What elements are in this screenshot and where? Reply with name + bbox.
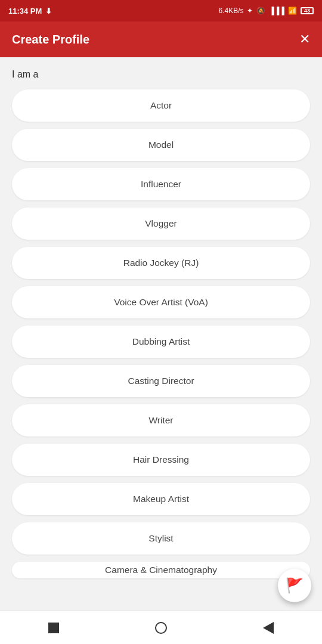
role-item-casting-director[interactable]: Casting Director [12, 365, 310, 397]
role-label-vlogger: Vlogger [145, 218, 177, 229]
wifi-icon: 📶 [288, 7, 297, 15]
status-bar-right: 6.4KB/s ✦ 🔕 ▐▐▐ 📶 43 [218, 7, 314, 15]
header: Create Profile ✕ [0, 21, 322, 57]
status-bar: 11:34 PM ⬇ 6.4KB/s ✦ 🔕 ▐▐▐ 📶 43 [0, 0, 322, 21]
close-button[interactable]: ✕ [299, 33, 310, 46]
time-display: 11:34 PM [8, 7, 42, 16]
role-item-model[interactable]: Model [12, 129, 310, 161]
role-label-camera-cinematography: Camera & Cinematography [105, 565, 217, 575]
flag-fab-button[interactable]: 🚩 [278, 569, 311, 602]
role-item-hair-dressing[interactable]: Hair Dressing [12, 444, 310, 476]
nav-back-button[interactable] [258, 617, 279, 639]
role-item-writer[interactable]: Writer [12, 404, 310, 436]
role-item-radio-jockey[interactable]: Radio Jockey (RJ) [12, 247, 310, 279]
stop-icon [48, 623, 59, 633]
role-item-makeup-artist[interactable]: Makeup Artist [12, 483, 310, 515]
roles-list: Actor Model Influencer Vlogger Radio Joc… [12, 89, 310, 578]
role-item-dubbing-artist[interactable]: Dubbing Artist [12, 326, 310, 358]
bottom-navigation [0, 611, 322, 644]
role-label-casting-director: Casting Director [128, 376, 194, 386]
role-label-writer: Writer [148, 415, 173, 426]
role-label-makeup-artist: Makeup Artist [133, 494, 189, 504]
role-item-influencer[interactable]: Influencer [12, 168, 310, 200]
bluetooth-icon: ✦ [247, 7, 253, 15]
download-icon: ⬇ [45, 7, 52, 16]
role-item-vlogger[interactable]: Vlogger [12, 208, 310, 240]
i-am-a-label: I am a [12, 69, 310, 80]
battery-display: 43 [301, 7, 314, 14]
signal-icon: ▐▐▐ [269, 7, 284, 15]
role-item-actor[interactable]: Actor [12, 89, 310, 122]
home-icon [155, 622, 167, 634]
speed-display: 6.4KB/s [218, 7, 243, 15]
status-bar-left: 11:34 PM ⬇ [8, 7, 52, 16]
role-label-radio-jockey: Radio Jockey (RJ) [123, 258, 199, 268]
role-label-voice-over-artist: Voice Over Artist (VoA) [114, 297, 208, 308]
page-title: Create Profile [12, 33, 89, 47]
nav-stop-button[interactable] [43, 617, 64, 639]
role-label-actor: Actor [150, 100, 172, 111]
role-label-stylist: Stylist [148, 533, 173, 544]
role-item-camera-cinematography[interactable]: Camera & Cinematography [12, 562, 310, 578]
role-item-voice-over-artist[interactable]: Voice Over Artist (VoA) [12, 286, 310, 318]
main-content: I am a Actor Model Influencer Vlogger Ra… [0, 57, 322, 611]
nav-home-button[interactable] [150, 617, 172, 639]
flag-icon: 🚩 [286, 577, 304, 594]
back-icon [263, 622, 274, 634]
mute-icon: 🔕 [256, 7, 265, 15]
role-label-dubbing-artist: Dubbing Artist [132, 336, 190, 347]
role-item-stylist[interactable]: Stylist [12, 522, 310, 555]
role-label-model: Model [148, 140, 174, 150]
role-label-influencer: Influencer [141, 179, 181, 190]
role-label-hair-dressing: Hair Dressing [133, 454, 189, 465]
